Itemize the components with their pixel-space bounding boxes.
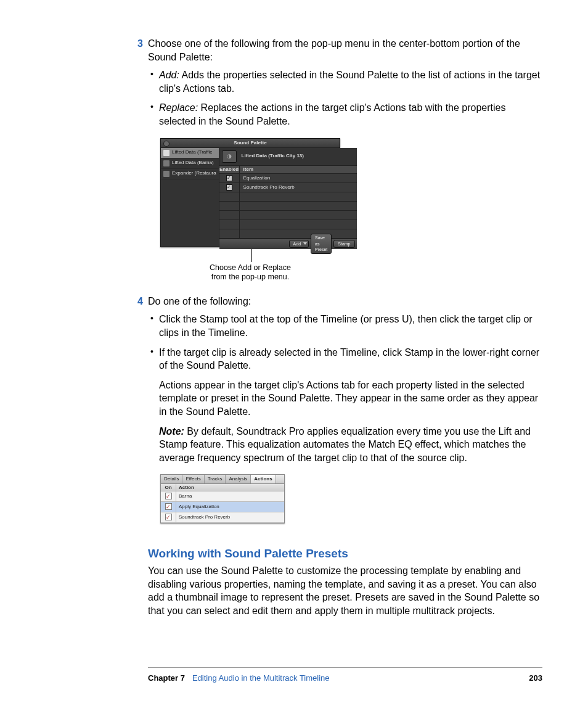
- footer-chapter: Chapter 7: [148, 673, 185, 684]
- sidebar-item-0[interactable]: Lifted Data (Traffic: [161, 148, 219, 158]
- result-paragraph: Actions appear in the target clip's Acti…: [159, 379, 542, 419]
- footer-title: Editing Audio in the Multitrack Timeline: [192, 673, 529, 684]
- row-label: Equalization: [240, 174, 357, 183]
- preset-icon: [163, 160, 169, 166]
- footer-page-number: 203: [529, 673, 542, 684]
- sound-palette-detail: ◑ Lifted Data (Traffic City 13) Enabled …: [219, 148, 357, 247]
- checkbox-icon[interactable]: [165, 493, 172, 499]
- note-paragraph: Note: By default, Soundtrack Pro applies…: [159, 425, 542, 465]
- add-mode-popup[interactable]: Add: [289, 240, 309, 248]
- enabled-checkbox-cell[interactable]: [219, 174, 240, 183]
- preset-thumbnail-icon: ◑: [222, 150, 237, 163]
- sidebar-item-label: Expander (Restaura: [172, 170, 216, 177]
- checkbox-icon[interactable]: [165, 514, 172, 520]
- preset-icon: [163, 150, 169, 156]
- properties-header: Enabled Item: [219, 166, 357, 174]
- step-4: 4 Do one of the following: Click the Sta…: [148, 295, 542, 543]
- col-enabled: Enabled: [219, 166, 240, 173]
- tab-actions[interactable]: Actions: [251, 475, 276, 483]
- term-add: Add:: [159, 70, 179, 80]
- preset-icon: [163, 171, 169, 177]
- tab-analysis[interactable]: Analysis: [226, 475, 251, 483]
- on-checkbox-cell[interactable]: [161, 512, 176, 522]
- stamp-button[interactable]: Stamp: [333, 240, 354, 248]
- close-icon[interactable]: [163, 141, 169, 147]
- note-text: By default, Soundtrack Pro applies equal…: [159, 426, 531, 463]
- step-intro: Do one of the following:: [148, 295, 542, 308]
- row-label: Barna: [176, 491, 284, 501]
- sound-palette-sidebar: Lifted Data (Traffic Lifted Data (Barna)…: [161, 148, 219, 247]
- sidebar-item-1[interactable]: Lifted Data (Barna): [161, 158, 219, 169]
- actions-header: On Action: [161, 484, 284, 491]
- tab-effects[interactable]: Effects: [182, 475, 204, 483]
- step-3-bullets: Add: Adds the properties selected in the…: [148, 68, 542, 128]
- sound-palette-body: Lifted Data (Traffic Lifted Data (Barna)…: [161, 148, 340, 247]
- table-row-empty: [219, 220, 357, 229]
- bullet-stamp-button: If the target clip is already selected i…: [148, 346, 542, 372]
- table-row-empty: [219, 229, 357, 239]
- table-row-empty: [219, 202, 357, 211]
- table-row-empty: [219, 192, 357, 202]
- row-label: Soundtrack Pro Reverb: [176, 512, 284, 522]
- sound-palette-window: Sound Palette Lifted Data (Traffic Lifte…: [160, 138, 340, 247]
- page-footer: Chapter 7 Editing Audio in the Multitrac…: [148, 667, 542, 684]
- step-body: Do one of the following: Click the Stamp…: [148, 295, 542, 543]
- save-as-preset-button[interactable]: Save as Preset: [311, 234, 332, 253]
- table-row[interactable]: Soundtrack Pro Reverb: [161, 512, 284, 523]
- tab-tracks[interactable]: Tracks: [205, 475, 226, 483]
- note-label: Note:: [159, 426, 184, 437]
- section-heading: Working with Sound Palette Presets: [148, 546, 542, 562]
- bullet-stamp-tool: Click the Stamp tool at the top of the T…: [148, 313, 542, 339]
- callout-text: Choose Add or Replace from the pop-up me…: [195, 263, 306, 282]
- on-checkbox-cell[interactable]: [161, 491, 176, 501]
- checkbox-icon[interactable]: [165, 503, 172, 510]
- row-label: Apply Equalization: [176, 502, 284, 512]
- term-replace: Replace:: [159, 102, 198, 113]
- table-row[interactable]: Soundtrack Pro Reverb: [219, 183, 357, 192]
- step-body: Choose one of the following from the pop…: [148, 37, 542, 286]
- detail-title: Lifted Data (Traffic City 13): [242, 153, 304, 160]
- step-3: 3 Choose one of the following from the p…: [148, 37, 542, 286]
- checkbox-icon[interactable]: [226, 175, 232, 181]
- enabled-checkbox-cell[interactable]: [219, 183, 240, 192]
- step-number: 4: [129, 295, 143, 308]
- row-label: Soundtrack Pro Reverb: [240, 183, 357, 192]
- col-on: On: [161, 484, 176, 491]
- sound-palette-figure: Sound Palette Lifted Data (Traffic Lifte…: [160, 138, 542, 282]
- col-action: Action: [176, 484, 284, 491]
- properties-table: Enabled Item Equalization Soundtrack Pro: [219, 166, 357, 239]
- detail-header: ◑ Lifted Data (Traffic City 13): [219, 148, 357, 166]
- table-row-empty: [219, 211, 357, 220]
- sidebar-item-label: Lifted Data (Barna): [172, 160, 214, 166]
- tab-details[interactable]: Details: [161, 475, 182, 483]
- step-intro: Choose one of the following from the pop…: [148, 37, 542, 64]
- sound-palette-title: Sound Palette: [234, 140, 266, 146]
- table-row[interactable]: Apply Equalization: [161, 502, 284, 512]
- sidebar-item-2[interactable]: Expander (Restaura: [161, 169, 219, 179]
- sidebar-item-label: Lifted Data (Traffic: [172, 149, 212, 156]
- table-row[interactable]: Barna: [161, 491, 284, 502]
- checkbox-icon[interactable]: [226, 184, 232, 191]
- term-replace-text: Replaces the actions in the target clip'…: [159, 102, 505, 126]
- bullet-add: Add: Adds the properties selected in the…: [148, 68, 542, 95]
- step-number: 3: [129, 37, 143, 51]
- page-content: 3 Choose one of the following from the p…: [148, 37, 542, 617]
- actions-tabs: Details Effects Tracks Analysis Actions: [161, 475, 284, 484]
- term-add-text: Adds the properties selected in the Soun…: [159, 70, 540, 94]
- actions-tab-figure: Details Effects Tracks Analysis Actions …: [160, 474, 542, 523]
- table-row[interactable]: Equalization: [219, 174, 357, 183]
- sound-palette-footer: Add Save as Preset Stamp: [219, 239, 357, 249]
- on-checkbox-cell[interactable]: [161, 502, 176, 512]
- step-4-bullets: Click the Stamp tool at the top of the T…: [148, 313, 542, 372]
- actions-panel: Details Effects Tracks Analysis Actions …: [160, 474, 285, 523]
- sound-palette-titlebar: Sound Palette: [161, 139, 340, 148]
- callout-leader-line: [251, 247, 252, 262]
- bullet-replace: Replace: Replaces the actions in the tar…: [148, 101, 542, 128]
- col-item: Item: [240, 166, 357, 173]
- section-body: You can use the Sound Palette to customi…: [148, 564, 542, 617]
